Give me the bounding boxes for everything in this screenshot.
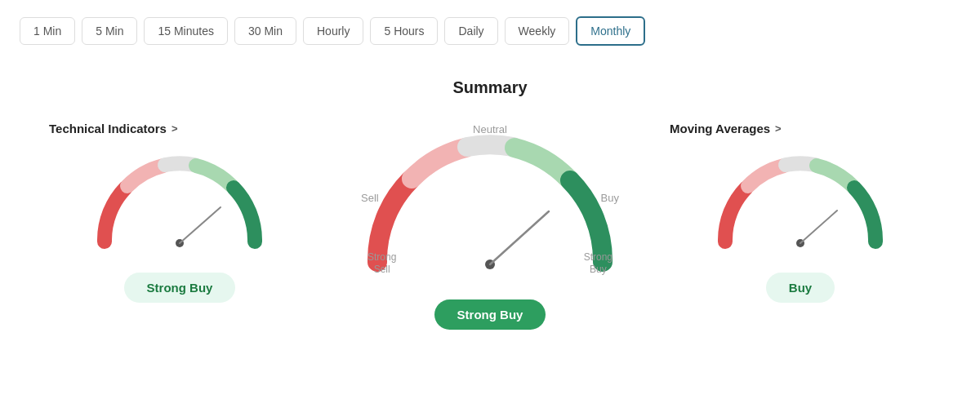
technical-gauge-svg-wrap — [90, 152, 270, 258]
gauges-container: Technical Indicators > — [33, 122, 947, 330]
time-filter-btn-5-min[interactable]: 5 Min — [82, 17, 137, 45]
time-filter-btn-hourly[interactable]: Hourly — [303, 17, 363, 45]
moving-gauge-svg — [710, 152, 890, 258]
svg-line-3 — [490, 211, 549, 264]
time-filter-btn-weekly[interactable]: Weekly — [505, 17, 570, 45]
main-gauge-svg — [359, 130, 621, 285]
technical-indicators-title[interactable]: Technical Indicators > — [33, 122, 178, 135]
chevron-right-icon-moving: > — [775, 122, 782, 135]
technical-indicators-panel: Technical Indicators > — [33, 122, 327, 303]
time-filter-btn-30-min[interactable]: 30 Min — [234, 17, 296, 45]
main-signal-badge: Strong Buy — [434, 299, 546, 330]
time-filter-btn-5-hours[interactable]: 5 Hours — [370, 17, 438, 45]
moving-gauge-svg-wrap — [710, 152, 890, 258]
technical-signal-badge: Strong Buy — [124, 273, 236, 303]
time-filter-btn-daily[interactable]: Daily — [444, 17, 497, 45]
main-gauge-svg-wrap: Neutral Sell Buy StrongSell StrongBuy — [359, 130, 621, 285]
technical-gauge-svg — [90, 152, 270, 258]
time-filter-btn-1-min[interactable]: 1 Min — [20, 17, 75, 45]
time-filter-btn-monthly[interactable]: Monthly — [576, 16, 645, 46]
time-filter-btn-15-minutes[interactable]: 15 Minutes — [144, 17, 227, 45]
chevron-right-icon: > — [172, 122, 178, 135]
time-filter-bar: 1 Min5 Min15 Minutes30 MinHourly5 HoursD… — [0, 0, 980, 62]
summary-title: Summary — [33, 78, 947, 97]
summary-section: Summary Technical Indicators > — [0, 62, 980, 362]
moving-averages-panel: Moving Averages > — [653, 122, 947, 303]
svg-line-1 — [180, 207, 220, 243]
main-gauge-panel: Neutral Sell Buy StrongSell StrongBuy — [343, 122, 637, 330]
moving-averages-title[interactable]: Moving Averages > — [653, 122, 782, 135]
svg-line-5 — [800, 211, 837, 243]
moving-signal-badge: Buy — [766, 273, 835, 303]
